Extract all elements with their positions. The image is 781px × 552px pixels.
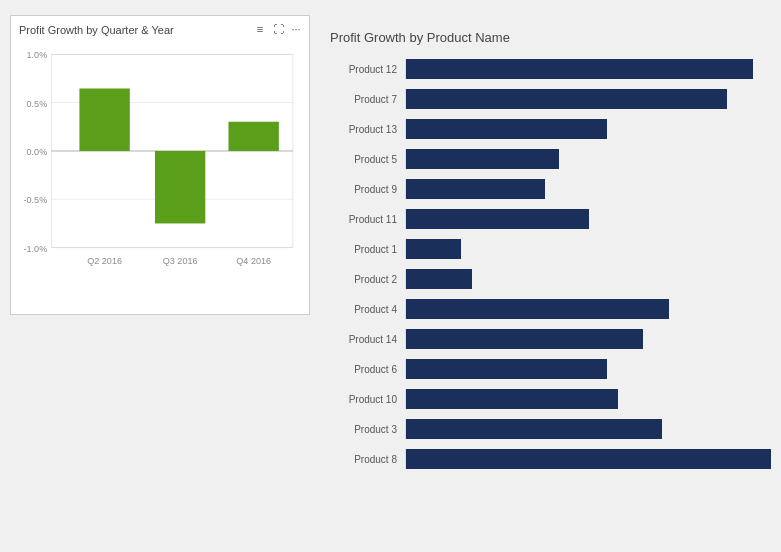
bar-row: Product 14 <box>330 325 771 353</box>
h-bar <box>406 89 727 109</box>
h-bar <box>406 119 607 139</box>
bar-container <box>405 269 771 289</box>
svg-text:0.5%: 0.5% <box>27 99 48 109</box>
bar-chart-svg: 1.0% 0.5% 0.0% -0.5% -1.0% <box>19 40 301 280</box>
chart-controls: ≡ ⛶ ··· <box>253 22 303 36</box>
bar-container <box>405 419 771 439</box>
bar-row: Product 5 <box>330 145 771 173</box>
bar-container <box>405 449 771 469</box>
bar-label: Product 2 <box>330 274 405 285</box>
bar-row: Product 11 <box>330 205 771 233</box>
bar-row: Product 4 <box>330 295 771 323</box>
bar-row: Product 10 <box>330 385 771 413</box>
main-container: ≡ ⛶ ··· Profit Growth by Quarter & Year … <box>0 0 781 552</box>
bar-label: Product 4 <box>330 304 405 315</box>
h-bar <box>406 359 607 379</box>
svg-text:-0.5%: -0.5% <box>24 195 48 205</box>
bar-row: Product 3 <box>330 415 771 443</box>
drag-icon[interactable]: ≡ <box>253 22 267 36</box>
h-bar <box>406 179 545 199</box>
bar-label: Product 9 <box>330 184 405 195</box>
bar-q4 <box>228 122 278 151</box>
bar-container <box>405 239 771 259</box>
bar-container <box>405 359 771 379</box>
bar-row: Product 2 <box>330 265 771 293</box>
bar-container <box>405 389 771 409</box>
bar-row: Product 8 <box>330 445 771 473</box>
h-bar <box>406 299 669 319</box>
svg-text:Q3 2016: Q3 2016 <box>163 256 198 266</box>
bar-label: Product 14 <box>330 334 405 345</box>
h-bar <box>406 209 589 229</box>
bar-label: Product 7 <box>330 94 405 105</box>
bar-row: Product 6 <box>330 355 771 383</box>
bar-label: Product 13 <box>330 124 405 135</box>
h-bar <box>406 389 618 409</box>
h-bar <box>406 59 753 79</box>
svg-text:-1.0%: -1.0% <box>24 244 48 254</box>
bar-label: Product 10 <box>330 394 405 405</box>
bar-label: Product 3 <box>330 424 405 435</box>
bar-label: Product 1 <box>330 244 405 255</box>
bar-container <box>405 119 771 139</box>
bar-container <box>405 59 771 79</box>
bar-container <box>405 149 771 169</box>
bar-label: Product 6 <box>330 364 405 375</box>
bar-row: Product 1 <box>330 235 771 263</box>
bar-label: Product 8 <box>330 454 405 465</box>
right-chart-title: Profit Growth by Product Name <box>330 30 771 45</box>
svg-text:Q4 2016: Q4 2016 <box>236 256 271 266</box>
bar-container <box>405 179 771 199</box>
more-icon[interactable]: ··· <box>289 22 303 36</box>
bar-row: Product 12 <box>330 55 771 83</box>
h-bar <box>406 449 771 469</box>
h-bar <box>406 419 662 439</box>
h-bar <box>406 239 461 259</box>
bar-label: Product 11 <box>330 214 405 225</box>
bar-q2 <box>79 88 129 150</box>
bar-container <box>405 329 771 349</box>
bar-q3 <box>155 151 205 224</box>
expand-icon[interactable]: ⛶ <box>271 22 285 36</box>
svg-text:Q2 2016: Q2 2016 <box>87 256 122 266</box>
bar-container <box>405 89 771 109</box>
left-chart: ≡ ⛶ ··· Profit Growth by Quarter & Year … <box>10 15 310 315</box>
bar-container <box>405 299 771 319</box>
svg-text:1.0%: 1.0% <box>27 50 48 60</box>
bar-row: Product 7 <box>330 85 771 113</box>
bar-label: Product 12 <box>330 64 405 75</box>
bar-label: Product 5 <box>330 154 405 165</box>
svg-text:0.0%: 0.0% <box>27 147 48 157</box>
h-bar <box>406 329 643 349</box>
h-bar <box>406 269 472 289</box>
bar-container <box>405 209 771 229</box>
bar-row: Product 9 <box>330 175 771 203</box>
horizontal-bars: Product 12Product 7Product 13Product 5Pr… <box>330 55 771 473</box>
bar-chart-area: 1.0% 0.5% 0.0% -0.5% -1.0% <box>19 40 301 280</box>
bar-row: Product 13 <box>330 115 771 143</box>
h-bar <box>406 149 559 169</box>
right-chart: Profit Growth by Product Name Product 12… <box>320 30 781 522</box>
